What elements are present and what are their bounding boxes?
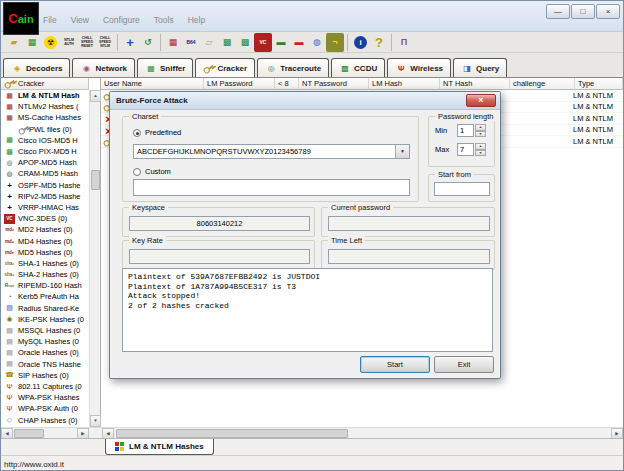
close-button[interactable]: ×	[596, 4, 620, 19]
menu-item[interactable]: File	[43, 15, 57, 25]
exit-column-icon[interactable]: Π	[395, 33, 413, 52]
sidebar-item-sha2-hashes[interactable]: sha₂ SHA-2 Hashes (0)	[1, 269, 89, 280]
sidebar-item-lm-ntlm-hashes[interactable]: ▦ LM & NTLM Hash	[1, 90, 89, 101]
sidebar-item-vrrp-hmac[interactable]: + VRRP-HMAC Has	[1, 202, 89, 213]
help-icon[interactable]: ?	[370, 33, 388, 52]
tab-lm-ntlm-hashes[interactable]: LM & NTLM Hashes	[105, 439, 214, 455]
tab-wireless[interactable]: Ψ Wireless	[387, 58, 451, 77]
arrow-down-icon[interactable]: ▼	[475, 131, 486, 138]
menu-item[interactable]: Help	[188, 15, 205, 25]
toolbar-separator[interactable]	[391, 34, 392, 51]
scrollbar-thumb[interactable]	[116, 429, 348, 438]
sidebar-item-ripv2-md5[interactable]: + RIPv2-MD5 Hashe	[1, 191, 89, 202]
dialog-close-button[interactable]: ×	[466, 94, 496, 107]
sidebar-item-mysql-hashes[interactable]: ▤ MySQL Hashes (0	[1, 336, 89, 347]
sidebar-item-wpa-psk-hashes[interactable]: Ψ WPA-PSK Hashes	[1, 392, 89, 403]
olive-key-icon[interactable]: ¬	[326, 33, 344, 52]
sidebar-item-ms-cache-hashes[interactable]: ▦ MS-Cache Hashes	[1, 112, 89, 123]
sidebar-item-ike-psk[interactable]: ◉ IKE-PSK Hashes (0	[1, 314, 89, 325]
chevron-down-icon[interactable]: ▼	[395, 145, 409, 158]
menu-item[interactable]: Tools	[154, 15, 174, 25]
ntlm-auth-icon[interactable]: NTLM AUTH	[60, 33, 78, 52]
sidebar-item-oracle-hashes[interactable]: ▤ Oracle Hashes (0)	[1, 347, 89, 358]
lsa-monitor-icon[interactable]: ▩	[218, 33, 236, 52]
notepad-icon[interactable]: ▱	[200, 33, 218, 52]
trash-icon[interactable]: ↺	[139, 33, 157, 52]
toolbar-separator[interactable]	[160, 34, 161, 51]
column-lm-password[interactable]: LM Password	[204, 78, 275, 90]
tab-decoders[interactable]: ◈ Decoders	[3, 58, 70, 77]
sidebar-item-ospf-md5[interactable]: + OSPF-MD5 Hashe	[1, 180, 89, 191]
sidebar-item-cram-md5[interactable]: ◍ CRAM-MD5 Hash	[1, 168, 89, 179]
lsa-monitor2-icon[interactable]: ▩	[236, 33, 254, 52]
sidebar-item-apop-md5[interactable]: ◍ APOP-MD5 Hash	[1, 157, 89, 168]
scroll-down-icon[interactable]: ▼	[90, 415, 101, 427]
sidebar-item-ntlmv2-hashes[interactable]: ▦ NTLMv2 Hashes (	[1, 101, 89, 112]
sidebar-item-cisco-pix-md5[interactable]: ▩ Cisco PIX-MD5 H	[1, 146, 89, 157]
minimize-button[interactable]: —	[546, 4, 570, 19]
column-lm-hash[interactable]: LM Hash	[369, 78, 440, 90]
sidebar-item-md4-hashes[interactable]: md₄ MD4 Hashes (0)	[1, 235, 89, 246]
min-length-stepper[interactable]: 1	[457, 124, 474, 137]
sidebar-item-cisco-ios-md5[interactable]: ▩ Cisco IOS-MD5 H	[1, 135, 89, 146]
start-from-input[interactable]	[434, 182, 490, 196]
predefined-radio[interactable]: Predefined	[133, 128, 181, 137]
column-user-name[interactable]: User Name	[101, 78, 204, 90]
arrow-down-icon[interactable]: ▼	[475, 150, 486, 157]
info-icon[interactable]: i	[354, 36, 367, 49]
toolbar-separator[interactable]	[347, 34, 348, 51]
dialog-title-bar[interactable]: Brute-Force Attack	[110, 92, 500, 110]
stepper-arrows[interactable]: ▲▼	[475, 124, 486, 137]
column-nt-hash[interactable]: NT Hash	[440, 78, 510, 90]
sidebar-item-oracle-tns[interactable]: ▤ Oracle TNS Hashe	[1, 359, 89, 370]
custom-charset-input[interactable]	[133, 179, 410, 196]
column-nt-password[interactable]: NT Password	[299, 78, 369, 90]
stepper-arrows[interactable]: ▲▼	[475, 143, 486, 156]
sidebar-item-sip-hashes[interactable]: ☎ SIP Hashes (0)	[1, 370, 89, 381]
attack-output-log[interactable]: Plaintext of 539A7687EFBB2492 is JUSTDOI…	[122, 268, 493, 352]
sidebar-vertical-scrollbar[interactable]: ▲ ▼	[89, 90, 100, 427]
sidebar-item-sha1-hashes[interactable]: sha₁ SHA-1 Hashes (0)	[1, 258, 89, 269]
card-file-icon[interactable]: ▦	[23, 33, 41, 52]
tab-query[interactable]: ◨ Query	[453, 58, 507, 77]
predefined-charset-select[interactable]: ABCDEFGHIJKLMNOPQRSTUVWXYZ0123456789 ▼	[133, 144, 410, 159]
rsa-box-icon[interactable]: ▬	[290, 33, 308, 52]
tab-network[interactable]: ◉ Network	[72, 58, 135, 77]
tab-traceroute[interactable]: ◎ Traceroute	[257, 58, 329, 77]
column-challenge[interactable]: challenge	[510, 78, 575, 90]
vnc-icon[interactable]: VC	[254, 33, 272, 52]
scroll-up-icon[interactable]: ▲	[90, 90, 101, 102]
add-item-icon[interactable]: +	[121, 33, 139, 52]
spiral-icon[interactable]: ◍	[308, 33, 326, 52]
radioactive-icon[interactable]: ☢	[44, 36, 57, 49]
sidebar-item-ripemd160[interactable]: R₁₆₀ RIPEMD-160 Hash	[1, 280, 89, 291]
sidebar-item-md5-hashes[interactable]: md₅ MD5 Hashes (0)	[1, 247, 89, 258]
menu-item[interactable]: Configure	[103, 15, 140, 25]
column-lt8[interactable]: < 8	[275, 78, 299, 90]
tab-ccdu[interactable]: ▩ CCDU	[331, 58, 385, 77]
sidebar-item-chap-hashes[interactable]: ◇ CHAP Hashes (0)	[1, 414, 89, 425]
exit-button[interactable]: Exit	[434, 356, 494, 373]
chill-speed-ntlm-icon[interactable]: CHILL SPEED NTLM	[96, 33, 114, 52]
base64-icon[interactable]: B64	[182, 33, 200, 52]
sidebar-item-radius-shared[interactable]: ▨ Radius Shared-Ke	[1, 303, 89, 314]
tab-sniffer[interactable]: ▦ Sniffer	[137, 58, 193, 77]
chill-speed-reset-icon[interactable]: CHILL SPEED RESET	[78, 33, 96, 52]
sidebar-item-80211-captures[interactable]: Ψ 802.11 Captures (0	[1, 381, 89, 392]
scrollbar-thumb[interactable]	[14, 429, 44, 438]
sidebar-item-wpa-psk-auth[interactable]: Ψ WPA-PSK Auth (0	[1, 403, 89, 414]
sidebar-item-md2-hashes[interactable]: md₂ MD2 Hashes (0)	[1, 224, 89, 235]
menu-item[interactable]: View	[71, 15, 89, 25]
title-bar[interactable]: FileViewConfigureToolsHelp — □ ×	[1, 1, 623, 32]
custom-radio[interactable]: Custom	[133, 167, 171, 176]
column-type[interactable]: Type	[575, 78, 623, 90]
red-card-icon[interactable]: ▦	[164, 33, 182, 52]
sidebar-item-mssql-hashes[interactable]: ▤ MSSQL Hashes (0	[1, 325, 89, 336]
toolbar-separator[interactable]	[117, 34, 118, 51]
green-box-icon[interactable]: ▬	[272, 33, 290, 52]
sidebar-item-pwl-files[interactable]: PWL files (0)	[1, 124, 89, 135]
tree-header-cracker[interactable]: Cracker	[1, 78, 89, 90]
max-length-stepper[interactable]: 7	[457, 143, 474, 156]
sidebar-item-vnc-3des[interactable]: VC VNC-3DES (0)	[1, 213, 89, 224]
maximize-button[interactable]: □	[571, 4, 595, 19]
